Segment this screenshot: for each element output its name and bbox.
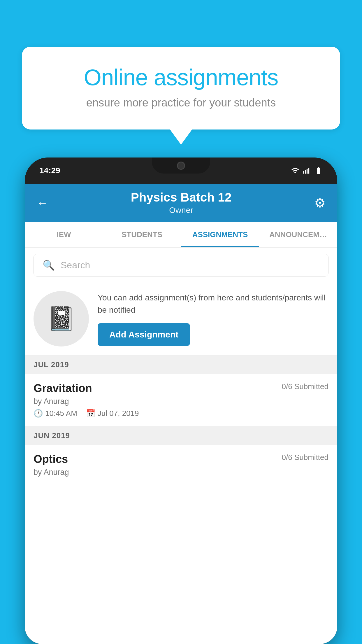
signal-icon	[303, 167, 311, 175]
svg-rect-3	[308, 168, 310, 174]
status-icons	[291, 167, 323, 175]
notch	[152, 158, 210, 174]
battery-icon	[314, 167, 323, 175]
add-assignment-button[interactable]: Add Assignment	[98, 323, 190, 346]
assignment-title-gravitation: Gravitation	[34, 382, 92, 395]
search-input[interactable]: Search	[61, 260, 90, 271]
assignment-item-gravitation[interactable]: Gravitation 0/6 Submitted by Anurag 🕐 10…	[25, 374, 337, 426]
status-time: 14:29	[39, 166, 60, 175]
promo-section: 📓 You can add assignment(s) from here an…	[25, 282, 337, 356]
notebook-icon: 📓	[47, 305, 76, 332]
app-content: ← Physics Batch 12 Owner ⚙ IEW STUDENTS …	[25, 184, 337, 644]
search-bar[interactable]: 🔍 Search	[34, 254, 328, 276]
assignment-submitted-gravitation: 0/6 Submitted	[282, 382, 328, 391]
meta-time-gravitation: 🕐 10:45 AM	[34, 409, 77, 418]
assignment-author-optics: by Anurag	[34, 468, 328, 477]
assignment-title-optics: Optics	[34, 453, 68, 466]
promo-icon-circle: 📓	[34, 291, 89, 346]
assignment-item-optics[interactable]: Optics 0/6 Submitted by Anurag	[25, 445, 337, 488]
assignment-meta-gravitation: 🕐 10:45 AM 📅 Jul 07, 2019	[34, 409, 328, 418]
back-button[interactable]: ←	[36, 196, 48, 209]
section-header-jun: JUN 2019	[25, 426, 337, 445]
assignment-submitted-optics: 0/6 Submitted	[282, 453, 328, 462]
gear-icon[interactable]: ⚙	[314, 195, 326, 210]
search-icon: 🔍	[43, 259, 55, 271]
wifi-icon	[291, 167, 299, 175]
section-header-jul: JUL 2019	[25, 356, 337, 374]
bubble-title: Online assignments	[42, 64, 320, 91]
assignment-top-optics: Optics 0/6 Submitted	[34, 453, 328, 466]
header-subtitle: Owner	[48, 206, 314, 215]
header-title-block: Physics Batch 12 Owner	[48, 190, 314, 215]
clock-icon: 🕐	[34, 409, 43, 418]
search-container: 🔍 Search	[25, 248, 337, 282]
tab-assignments[interactable]: ASSIGNMENTS	[181, 222, 259, 247]
app-header: ← Physics Batch 12 Owner ⚙	[25, 184, 337, 222]
header-title: Physics Batch 12	[48, 190, 314, 204]
assignment-date-gravitation: Jul 07, 2019	[98, 409, 139, 418]
tab-iew[interactable]: IEW	[25, 222, 103, 247]
tab-students[interactable]: STUDENTS	[103, 222, 181, 247]
promo-text-block: You can add assignment(s) from here and …	[98, 292, 328, 346]
svg-rect-1	[305, 170, 306, 174]
meta-date-gravitation: 📅 Jul 07, 2019	[86, 409, 139, 418]
camera	[177, 162, 185, 170]
speech-bubble-container: Online assignments ensure more practice …	[22, 47, 340, 130]
tabs: IEW STUDENTS ASSIGNMENTS ANNOUNCEM…	[25, 222, 337, 248]
tab-announcements[interactable]: ANNOUNCEM…	[259, 222, 337, 247]
bubble-subtitle: ensure more practice for your students	[42, 97, 320, 109]
svg-rect-0	[303, 171, 304, 174]
status-bar: 14:29	[25, 158, 337, 184]
calendar-icon: 📅	[86, 409, 95, 418]
speech-bubble: Online assignments ensure more practice …	[22, 47, 340, 130]
svg-rect-2	[307, 169, 308, 174]
assignment-top: Gravitation 0/6 Submitted	[34, 382, 328, 395]
phone-frame: 14:29 ← Physics Batch 12 Owner ⚙ IEW	[25, 158, 337, 644]
assignment-time-gravitation: 10:45 AM	[45, 409, 77, 418]
promo-description: You can add assignment(s) from here and …	[98, 292, 328, 316]
assignment-author-gravitation: by Anurag	[34, 397, 328, 406]
